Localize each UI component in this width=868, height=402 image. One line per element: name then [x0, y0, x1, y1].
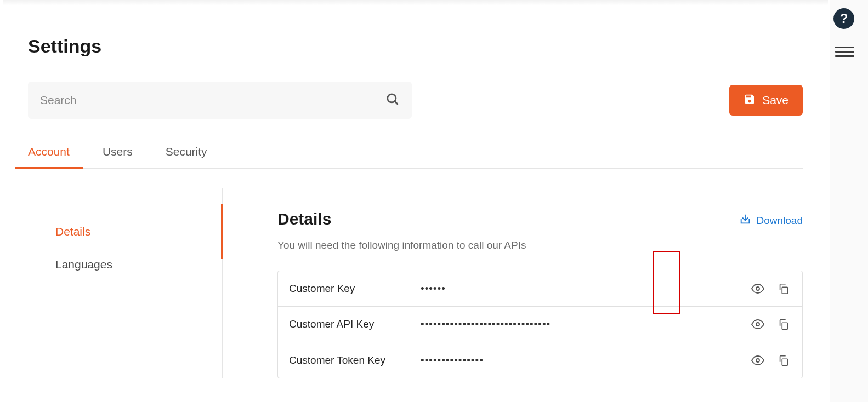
- details-label: Customer API Key: [289, 318, 421, 330]
- svg-point-2: [756, 287, 759, 290]
- eye-icon[interactable]: [750, 316, 766, 332]
- tab-users[interactable]: Users: [103, 145, 133, 168]
- hamburger-menu[interactable]: [835, 44, 854, 60]
- details-row: Customer API Key •••••••••••••••••••••••…: [278, 307, 802, 342]
- svg-rect-3: [782, 287, 787, 294]
- details-row: Customer Token Key •••••••••••••••: [278, 342, 802, 378]
- search-input[interactable]: [40, 94, 385, 107]
- details-table: Customer Key ••••••: [277, 271, 803, 378]
- details-row: Customer Key ••••••: [278, 271, 802, 307]
- svg-line-1: [395, 101, 398, 105]
- details-value: •••••••••••••••: [421, 354, 750, 366]
- details-label: Customer Token Key: [289, 354, 421, 366]
- download-link[interactable]: Download: [739, 213, 803, 228]
- search-icon[interactable]: [385, 92, 400, 108]
- save-button[interactable]: Save: [729, 85, 803, 116]
- details-label: Customer Key: [289, 283, 421, 295]
- section-title: Details: [277, 210, 526, 228]
- sidebar-item-details[interactable]: Details: [55, 215, 222, 248]
- details-value: ••••••: [421, 283, 750, 295]
- tab-account[interactable]: Account: [28, 145, 70, 168]
- help-button[interactable]: ?: [833, 8, 854, 29]
- svg-point-6: [756, 359, 759, 362]
- search-box[interactable]: [28, 82, 412, 119]
- download-label: Download: [757, 215, 803, 227]
- sidebar: Details Languages: [28, 188, 223, 378]
- save-icon: [744, 93, 756, 108]
- section-description: You will need the following information …: [277, 239, 526, 251]
- download-icon: [739, 213, 751, 228]
- page-title: Settings: [28, 0, 803, 57]
- tab-security[interactable]: Security: [166, 145, 207, 168]
- svg-rect-7: [782, 359, 787, 365]
- details-value: •••••••••••••••••••••••••••••••: [421, 318, 750, 330]
- sidebar-item-languages[interactable]: Languages: [55, 248, 222, 281]
- copy-icon[interactable]: [776, 353, 791, 368]
- main-content: Details You will need the following info…: [223, 188, 803, 378]
- eye-icon[interactable]: [750, 352, 766, 369]
- svg-point-0: [388, 94, 396, 102]
- top-shadow: [3, 0, 828, 5]
- question-mark-icon: ?: [840, 11, 848, 26]
- eye-icon[interactable]: [750, 280, 766, 297]
- copy-icon[interactable]: [776, 317, 791, 332]
- save-button-label: Save: [762, 94, 788, 107]
- tabs: Account Users Security: [28, 145, 803, 169]
- svg-point-4: [756, 323, 759, 326]
- copy-icon[interactable]: [776, 281, 791, 296]
- right-panel-edge: [830, 0, 868, 402]
- svg-rect-5: [782, 323, 787, 329]
